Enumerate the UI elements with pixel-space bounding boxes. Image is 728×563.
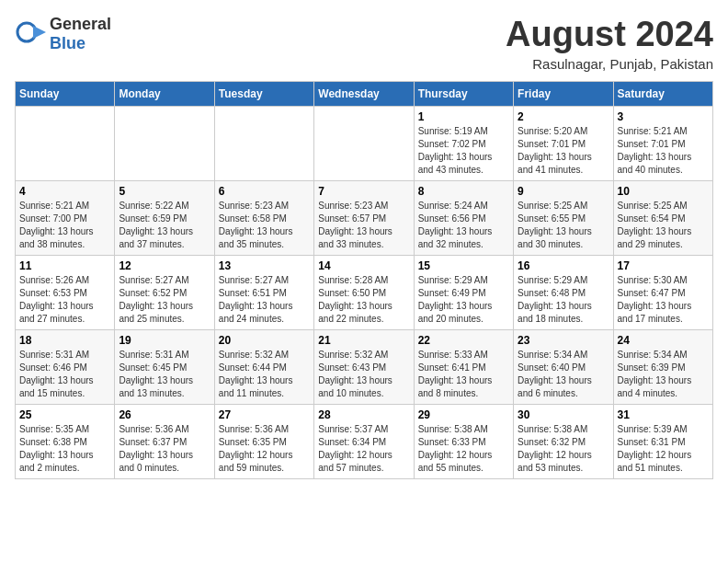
calendar-cell: 22Sunrise: 5:33 AMSunset: 6:41 PMDayligh… bbox=[414, 330, 513, 405]
day-number: 21 bbox=[318, 334, 409, 347]
day-number: 24 bbox=[618, 334, 709, 347]
day-number: 7 bbox=[318, 185, 409, 198]
title-area: August 2024 Rasulnagar, Punjab, Pakistan bbox=[506, 15, 713, 72]
day-info: Sunrise: 5:29 AMSunset: 6:49 PMDaylight:… bbox=[418, 274, 509, 326]
day-number: 23 bbox=[518, 334, 609, 347]
day-header-saturday: Saturday bbox=[613, 82, 712, 107]
calendar-cell: 30Sunrise: 5:38 AMSunset: 6:32 PMDayligh… bbox=[514, 405, 613, 479]
calendar-cell bbox=[115, 107, 214, 181]
day-number: 11 bbox=[19, 259, 110, 272]
day-number: 1 bbox=[418, 110, 509, 123]
day-number: 10 bbox=[618, 185, 709, 198]
day-number: 19 bbox=[119, 334, 210, 347]
day-number: 28 bbox=[318, 408, 409, 421]
calendar-cell: 16Sunrise: 5:29 AMSunset: 6:48 PMDayligh… bbox=[514, 256, 613, 330]
calendar-cell: 10Sunrise: 5:25 AMSunset: 6:54 PMDayligh… bbox=[613, 181, 712, 256]
calendar-cell: 13Sunrise: 5:27 AMSunset: 6:51 PMDayligh… bbox=[214, 256, 313, 330]
day-info: Sunrise: 5:36 AMSunset: 6:37 PMDaylight:… bbox=[119, 423, 210, 475]
day-info: Sunrise: 5:28 AMSunset: 6:50 PMDaylight:… bbox=[318, 274, 409, 326]
calendar-cell: 23Sunrise: 5:34 AMSunset: 6:40 PMDayligh… bbox=[514, 330, 613, 405]
day-info: Sunrise: 5:32 AMSunset: 6:44 PMDaylight:… bbox=[219, 349, 310, 400]
calendar-cell: 7Sunrise: 5:23 AMSunset: 6:57 PMDaylight… bbox=[314, 181, 414, 256]
day-info: Sunrise: 5:21 AMSunset: 7:01 PMDaylight:… bbox=[618, 125, 709, 177]
calendar-cell: 4Sunrise: 5:21 AMSunset: 7:00 PMDaylight… bbox=[16, 181, 115, 256]
calendar-week-3: 11Sunrise: 5:26 AMSunset: 6:53 PMDayligh… bbox=[16, 256, 713, 330]
day-info: Sunrise: 5:31 AMSunset: 6:46 PMDaylight:… bbox=[19, 349, 110, 400]
day-info: Sunrise: 5:34 AMSunset: 6:40 PMDaylight:… bbox=[518, 349, 609, 400]
day-info: Sunrise: 5:27 AMSunset: 6:52 PMDaylight:… bbox=[119, 274, 210, 326]
day-info: Sunrise: 5:39 AMSunset: 6:31 PMDaylight:… bbox=[618, 423, 709, 475]
day-info: Sunrise: 5:19 AMSunset: 7:02 PMDaylight:… bbox=[418, 125, 509, 177]
logo-blue: Blue bbox=[50, 34, 85, 52]
day-header-thursday: Thursday bbox=[414, 82, 513, 107]
calendar-table: SundayMondayTuesdayWednesdayThursdayFrid… bbox=[15, 81, 713, 479]
day-header-tuesday: Tuesday bbox=[214, 82, 313, 107]
calendar-cell: 12Sunrise: 5:27 AMSunset: 6:52 PMDayligh… bbox=[115, 256, 214, 330]
calendar-week-2: 4Sunrise: 5:21 AMSunset: 7:00 PMDaylight… bbox=[16, 181, 713, 256]
day-info: Sunrise: 5:21 AMSunset: 7:00 PMDaylight:… bbox=[19, 200, 110, 251]
day-number: 25 bbox=[19, 408, 110, 421]
day-number: 18 bbox=[19, 334, 110, 347]
day-info: Sunrise: 5:20 AMSunset: 7:01 PMDaylight:… bbox=[518, 125, 609, 177]
calendar-cell: 3Sunrise: 5:21 AMSunset: 7:01 PMDaylight… bbox=[613, 107, 712, 181]
calendar-cell: 15Sunrise: 5:29 AMSunset: 6:49 PMDayligh… bbox=[414, 256, 513, 330]
day-number: 16 bbox=[518, 259, 609, 272]
calendar-cell: 26Sunrise: 5:36 AMSunset: 6:37 PMDayligh… bbox=[115, 405, 214, 479]
calendar-cell: 8Sunrise: 5:24 AMSunset: 6:56 PMDaylight… bbox=[414, 181, 513, 256]
day-header-wednesday: Wednesday bbox=[314, 82, 414, 107]
day-header-friday: Friday bbox=[514, 82, 613, 107]
day-number: 14 bbox=[318, 259, 409, 272]
calendar-cell: 9Sunrise: 5:25 AMSunset: 6:55 PMDaylight… bbox=[514, 181, 613, 256]
day-info: Sunrise: 5:34 AMSunset: 6:39 PMDaylight:… bbox=[618, 349, 709, 400]
day-info: Sunrise: 5:32 AMSunset: 6:43 PMDaylight:… bbox=[318, 349, 409, 400]
calendar-cell bbox=[214, 107, 313, 181]
day-number: 9 bbox=[518, 185, 609, 198]
calendar-cell: 1Sunrise: 5:19 AMSunset: 7:02 PMDaylight… bbox=[414, 107, 513, 181]
calendar-cell: 6Sunrise: 5:23 AMSunset: 6:58 PMDaylight… bbox=[214, 181, 313, 256]
day-number: 8 bbox=[418, 185, 509, 198]
svg-marker-1 bbox=[33, 26, 46, 39]
day-info: Sunrise: 5:31 AMSunset: 6:45 PMDaylight:… bbox=[119, 349, 210, 400]
day-info: Sunrise: 5:24 AMSunset: 6:56 PMDaylight:… bbox=[418, 200, 509, 251]
day-info: Sunrise: 5:36 AMSunset: 6:35 PMDaylight:… bbox=[219, 423, 310, 475]
day-info: Sunrise: 5:35 AMSunset: 6:38 PMDaylight:… bbox=[19, 423, 110, 475]
calendar-cell: 21Sunrise: 5:32 AMSunset: 6:43 PMDayligh… bbox=[314, 330, 414, 405]
day-info: Sunrise: 5:38 AMSunset: 6:33 PMDaylight:… bbox=[418, 423, 509, 475]
day-info: Sunrise: 5:23 AMSunset: 6:58 PMDaylight:… bbox=[219, 200, 310, 251]
day-number: 27 bbox=[219, 408, 310, 421]
calendar-cell: 2Sunrise: 5:20 AMSunset: 7:01 PMDaylight… bbox=[514, 107, 613, 181]
calendar-cell: 31Sunrise: 5:39 AMSunset: 6:31 PMDayligh… bbox=[613, 405, 712, 479]
day-info: Sunrise: 5:38 AMSunset: 6:32 PMDaylight:… bbox=[518, 423, 609, 475]
calendar-week-4: 18Sunrise: 5:31 AMSunset: 6:46 PMDayligh… bbox=[16, 330, 713, 405]
calendar-cell: 11Sunrise: 5:26 AMSunset: 6:53 PMDayligh… bbox=[16, 256, 115, 330]
logo-icon bbox=[15, 18, 48, 50]
calendar-cell: 5Sunrise: 5:22 AMSunset: 6:59 PMDaylight… bbox=[115, 181, 214, 256]
calendar-cell: 19Sunrise: 5:31 AMSunset: 6:45 PMDayligh… bbox=[115, 330, 214, 405]
day-header-monday: Monday bbox=[115, 82, 214, 107]
day-info: Sunrise: 5:29 AMSunset: 6:48 PMDaylight:… bbox=[518, 274, 609, 326]
day-info: Sunrise: 5:30 AMSunset: 6:47 PMDaylight:… bbox=[618, 274, 709, 326]
calendar-week-5: 25Sunrise: 5:35 AMSunset: 6:38 PMDayligh… bbox=[16, 405, 713, 479]
calendar-body: 1Sunrise: 5:19 AMSunset: 7:02 PMDaylight… bbox=[16, 107, 713, 479]
calendar-cell: 28Sunrise: 5:37 AMSunset: 6:34 PMDayligh… bbox=[314, 405, 414, 479]
month-title: August 2024 bbox=[506, 15, 713, 54]
logo-text: General Blue bbox=[50, 15, 111, 53]
calendar-cell bbox=[16, 107, 115, 181]
logo-general: General bbox=[50, 15, 111, 33]
day-number: 30 bbox=[518, 408, 609, 421]
day-headers-row: SundayMondayTuesdayWednesdayThursdayFrid… bbox=[16, 82, 713, 107]
day-info: Sunrise: 5:27 AMSunset: 6:51 PMDaylight:… bbox=[219, 274, 310, 326]
day-number: 5 bbox=[119, 185, 210, 198]
day-number: 15 bbox=[418, 259, 509, 272]
page-header: General Blue August 2024 Rasulnagar, Pun… bbox=[15, 15, 713, 72]
day-header-sunday: Sunday bbox=[16, 82, 115, 107]
day-info: Sunrise: 5:37 AMSunset: 6:34 PMDaylight:… bbox=[318, 423, 409, 475]
day-number: 31 bbox=[618, 408, 709, 421]
day-number: 22 bbox=[418, 334, 509, 347]
calendar-cell: 18Sunrise: 5:31 AMSunset: 6:46 PMDayligh… bbox=[16, 330, 115, 405]
calendar-cell: 24Sunrise: 5:34 AMSunset: 6:39 PMDayligh… bbox=[613, 330, 712, 405]
calendar-cell: 29Sunrise: 5:38 AMSunset: 6:33 PMDayligh… bbox=[414, 405, 513, 479]
day-info: Sunrise: 5:25 AMSunset: 6:55 PMDaylight:… bbox=[518, 200, 609, 251]
logo: General Blue bbox=[15, 15, 111, 53]
day-info: Sunrise: 5:25 AMSunset: 6:54 PMDaylight:… bbox=[618, 200, 709, 251]
